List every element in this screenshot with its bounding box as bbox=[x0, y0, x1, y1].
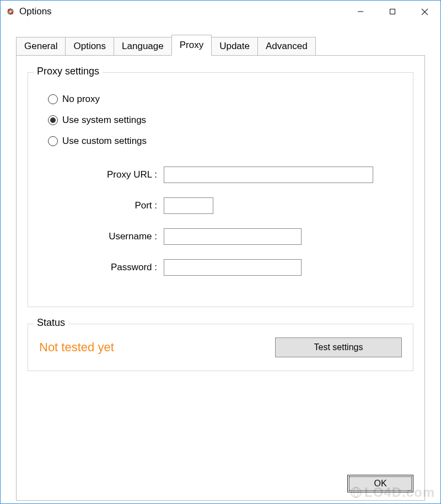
tab-proxy[interactable]: Proxy bbox=[171, 35, 212, 56]
tab-body: Proxy settings No proxy Use system setti… bbox=[16, 55, 425, 501]
status-legend: Status bbox=[34, 317, 68, 329]
radio-label: Use system settings bbox=[62, 115, 146, 126]
port-input[interactable] bbox=[164, 197, 213, 214]
tab-advanced[interactable]: Advanced bbox=[257, 37, 316, 55]
row-password: Password : bbox=[70, 259, 402, 276]
tab-strip: General Options Language Proxy Update Ad… bbox=[16, 35, 425, 55]
title-bar: Options bbox=[1, 1, 440, 23]
radio-label: No proxy bbox=[62, 94, 100, 105]
tab-language[interactable]: Language bbox=[114, 37, 172, 55]
proxy-form: Proxy URL : Port : Username : Password : bbox=[70, 167, 402, 276]
tab-options[interactable]: Options bbox=[65, 37, 114, 55]
radio-use-custom-settings[interactable]: Use custom settings bbox=[48, 136, 402, 147]
status-fieldset: Status Not tested yet Test settings bbox=[28, 324, 413, 371]
radio-no-proxy[interactable]: No proxy bbox=[48, 94, 402, 105]
proxy-url-label: Proxy URL : bbox=[70, 169, 164, 180]
close-button[interactable] bbox=[408, 1, 440, 23]
port-label: Port : bbox=[70, 200, 164, 211]
content-area: General Options Language Proxy Update Ad… bbox=[1, 23, 440, 501]
title-left: Options bbox=[5, 6, 52, 17]
radio-icon bbox=[48, 136, 58, 146]
tab-general[interactable]: General bbox=[16, 37, 66, 55]
radio-icon bbox=[48, 115, 58, 125]
radio-use-system-settings[interactable]: Use system settings bbox=[48, 115, 402, 126]
minimize-button[interactable] bbox=[345, 1, 377, 23]
row-port: Port : bbox=[70, 197, 402, 214]
radio-label: Use custom settings bbox=[62, 136, 147, 147]
username-input[interactable] bbox=[164, 228, 302, 245]
proxy-settings-fieldset: Proxy settings No proxy Use system setti… bbox=[28, 72, 413, 307]
row-username: Username : bbox=[70, 228, 402, 245]
svg-rect-10 bbox=[390, 9, 395, 14]
svg-point-8 bbox=[9, 10, 12, 13]
tab-update[interactable]: Update bbox=[211, 37, 258, 55]
app-icon bbox=[5, 6, 16, 17]
status-text: Not tested yet bbox=[39, 340, 114, 355]
ok-button[interactable]: OK bbox=[347, 475, 413, 492]
username-label: Username : bbox=[70, 231, 164, 242]
window-title: Options bbox=[19, 6, 52, 17]
row-proxy-url: Proxy URL : bbox=[70, 167, 402, 183]
maximize-button[interactable] bbox=[377, 1, 408, 23]
radio-icon bbox=[48, 94, 58, 104]
password-input[interactable] bbox=[164, 259, 302, 276]
ok-row: OK bbox=[347, 475, 413, 492]
window-controls bbox=[345, 1, 440, 23]
proxy-url-input[interactable] bbox=[164, 167, 373, 183]
password-label: Password : bbox=[70, 262, 164, 273]
proxy-settings-legend: Proxy settings bbox=[34, 66, 103, 77]
options-window: Options General Options Language Proxy U… bbox=[0, 0, 441, 504]
test-settings-button[interactable]: Test settings bbox=[275, 337, 402, 357]
